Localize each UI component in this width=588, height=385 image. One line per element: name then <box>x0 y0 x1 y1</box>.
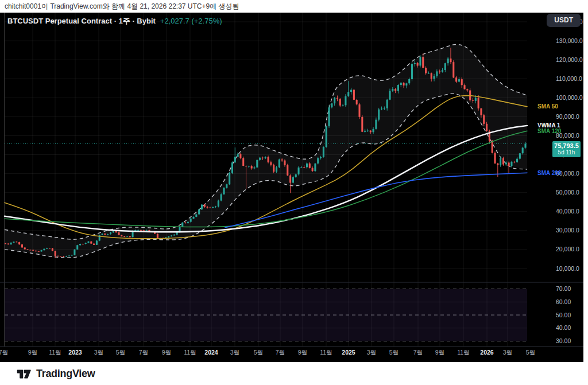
price-axis-label: 10,000.0 <box>556 265 579 272</box>
time-axis-label: 11월 <box>184 349 196 356</box>
time-axis-label: 3월 <box>94 349 103 356</box>
price-axis-label: 50,000.0 <box>556 189 579 196</box>
time-axis-label: 5월 <box>254 349 263 356</box>
snapshot-attribution: chitchit0001이 TradingView.com와 함께 4월 21,… <box>5 2 239 11</box>
footer: TradingView <box>0 362 588 385</box>
tradingview-snapshot-page: chitchit0001이 TradingView.com와 함께 4월 21,… <box>0 0 588 385</box>
time-axis-label: 5월 <box>526 349 535 356</box>
time-axis-label: 7월 <box>139 349 148 356</box>
price-axis-label: 120,000.0 <box>556 56 583 63</box>
rsi-axis-label: 40.00 <box>556 324 571 331</box>
chart-legend[interactable]: BTCUSDT Perpetual Contract · 1주 · Bybit+… <box>7 16 222 26</box>
symbol-title: BTCUSDT Perpetual Contract · 1주 · Bybit <box>7 17 156 25</box>
chart-area: BTCUSDT Perpetual Contract · 1주 · Bybit+… <box>0 13 583 362</box>
price-axis-label: 40,000.0 <box>556 208 579 215</box>
last-price-badge[interactable]: 75,793.5 5d 11h <box>552 141 581 157</box>
time-axis-label: 9월 <box>435 349 444 356</box>
tradingview-logo-icon <box>17 367 32 380</box>
price-axis-label: 130,000.0 <box>556 37 583 44</box>
time-axis-label: 3월 <box>367 349 376 356</box>
time-axis-label: 7월 <box>0 349 8 356</box>
time-axis-label: 9월 <box>298 349 307 356</box>
time-axis-label: 2025 <box>342 349 355 356</box>
time-axis-label: 9월 <box>28 349 37 356</box>
tradingview-brand[interactable]: TradingView <box>17 367 95 380</box>
price-axis-label: 110,000.0 <box>556 75 582 82</box>
indicator-value-label: SMA 50 <box>537 103 558 110</box>
time-axis-label: 5월 <box>116 349 125 356</box>
time-axis-label: 5월 <box>389 349 399 356</box>
time-axis-label: 7월 <box>413 349 423 356</box>
price-change: +2,027.7 (+2.75%) <box>160 17 222 25</box>
indicator-value-label: SMA 120 <box>537 128 562 134</box>
time-axis-label: 11월 <box>457 349 469 356</box>
time-axis-label: 3월 <box>230 349 239 356</box>
time-axis-label: 9월 <box>162 349 171 356</box>
bollinger-fill <box>5 45 527 258</box>
price-axis-label: 20,000.0 <box>556 246 579 252</box>
last-price-value: 75,793.5 <box>552 142 581 149</box>
time-axis-label: 7월 <box>276 349 285 356</box>
rsi-axis-label: 60.00 <box>556 298 571 305</box>
time-axis-label: 3월 <box>503 349 512 356</box>
overlay-line-sma200 <box>225 173 527 227</box>
currency-toggle-button[interactable]: USDT <box>547 14 581 27</box>
time-axis-label: 2026 <box>480 349 494 356</box>
rsi-axis-label: 30.00 <box>556 337 571 344</box>
time-axis-label: 2023 <box>68 349 82 356</box>
bar-countdown: 5d 11h <box>552 149 581 155</box>
time-axis-label: 11월 <box>320 349 332 356</box>
price-axis-label: 100,000.0 <box>556 94 583 101</box>
price-axis-label: 30,000.0 <box>556 227 579 234</box>
price-axis-label: 90,000.0 <box>556 113 579 120</box>
indicator-value-label: SMA 200 <box>537 170 562 176</box>
time-axis-label: 2024 <box>204 349 218 356</box>
brand-wordmark: TradingView <box>36 368 95 380</box>
main-chart-svg[interactable]: 70.0060.0050.0040.0030.00140,000.0130,00… <box>0 13 583 362</box>
time-axis-label: 11월 <box>49 349 61 356</box>
rsi-axis-label: 70.00 <box>556 285 571 292</box>
rsi-axis-label: 50.00 <box>556 312 571 318</box>
